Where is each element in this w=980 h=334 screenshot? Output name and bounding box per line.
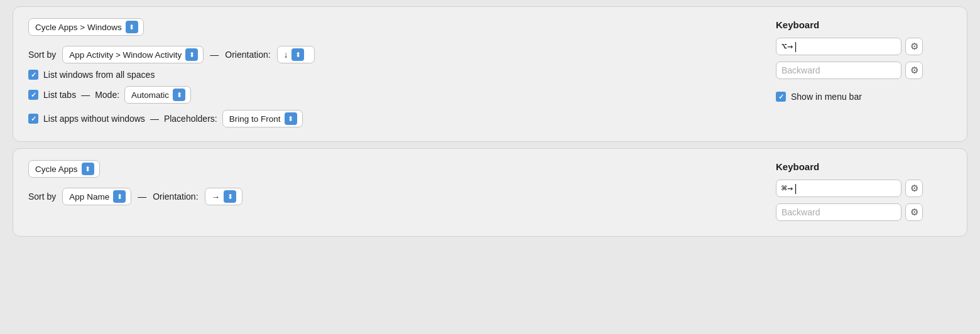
keyboard-panel-2: Keyboard ⌘→| ⚙ Backward ⚙ (776, 160, 952, 222)
sort-value-2: App Name (69, 192, 109, 202)
shortcut2-input[interactable]: Backward (776, 62, 901, 79)
cycle-apps-windows-label: Cycle Apps > Windows (35, 23, 122, 32)
orientation-chevron-icon-2: ⬍ (224, 190, 236, 203)
list-tabs-row: List tabs — Mode: Automatic ⬍ (28, 86, 761, 104)
shortcut2-placeholder-2: Backward (781, 207, 820, 217)
shortcut1-value-2: ⌘→| (781, 183, 798, 194)
cycle-apps-windows-dropdown[interactable]: Cycle Apps > Windows ⬍ (28, 18, 144, 36)
list-windows-label: List windows from all spaces (43, 70, 155, 80)
shortcut2-row: Backward ⚙ (776, 62, 952, 79)
sort-label-2: Sort by (28, 191, 56, 202)
shortcut1-gear-button[interactable]: ⚙ (905, 38, 923, 55)
placeholders-label: Placeholders: (164, 114, 217, 124)
sort-row: Sort by App Activity > Window Activity ⬍… (28, 46, 761, 63)
shortcut1-input-2[interactable]: ⌘→| (776, 180, 901, 197)
orientation-label: Orientation: (225, 50, 270, 60)
sort-chevron-icon-2: ⬍ (113, 190, 126, 203)
sort-dropdown[interactable]: App Activity > Window Activity ⬍ (62, 46, 204, 63)
sort-value: App Activity > Window Activity (69, 50, 182, 60)
gear1-icon: ⚙ (910, 41, 918, 52)
orientation-dropdown[interactable]: ↓ ⬍ (277, 46, 315, 63)
keyboard-title-2: Keyboard (776, 161, 952, 172)
mode-dropdown[interactable]: Automatic ⬍ (124, 86, 191, 104)
placeholders-dropdown[interactable]: Bring to Front ⬍ (222, 110, 303, 127)
shortcut1-input[interactable]: ⌥→| (776, 38, 901, 55)
shortcut2-placeholder: Backward (781, 65, 820, 75)
keyboard-title-1: Keyboard (776, 19, 952, 30)
dash1-2: — (138, 191, 146, 202)
gear2-icon: ⚙ (910, 65, 918, 76)
list-tabs-checkbox[interactable] (28, 90, 38, 100)
show-menubar-label: Show in menu bar (791, 92, 862, 102)
list-apps-label: List apps without windows (43, 114, 145, 124)
cycle-apps-windows-section: Cycle Apps > Windows ⬍ Sort by App Activ… (13, 6, 967, 142)
sort-dropdown-2[interactable]: App Name ⬍ (62, 188, 131, 205)
sort-label: Sort by (28, 50, 56, 60)
shortcut2-gear-button-2[interactable]: ⚙ (905, 203, 923, 221)
gear4-icon: ⚙ (910, 207, 918, 218)
shortcut1-value: ⌥→| (781, 41, 798, 52)
shortcut1-gear-button-2[interactable]: ⚙ (905, 180, 923, 197)
chevron-updown-icon: ⬍ (126, 21, 138, 33)
orientation-value: ↓ (284, 50, 288, 60)
list-windows-row: List windows from all spaces (28, 70, 761, 80)
orientation-value-2: → (212, 192, 220, 202)
cycle-apps-section: Cycle Apps ⬍ Sort by App Name ⬍ — Orient… (13, 148, 967, 237)
orientation-label-2: Orientation: (153, 191, 198, 202)
dash2: — (81, 90, 90, 100)
dash3: — (150, 114, 159, 124)
sort-row-2: Sort by App Name ⬍ — Orientation: → ⬍ (28, 188, 761, 205)
mode-value: Automatic (131, 90, 169, 100)
sort-chevron-icon: ⬍ (185, 48, 198, 61)
list-windows-checkbox[interactable] (28, 70, 38, 80)
placeholders-value: Bring to Front (229, 114, 281, 124)
show-menubar-row: Show in menu bar (776, 92, 952, 102)
cycle-apps-label: Cycle Apps (35, 164, 78, 174)
gear3-icon: ⚙ (910, 183, 918, 194)
list-tabs-label: List tabs (43, 90, 76, 100)
shortcut2-row-2: Backward ⚙ (776, 203, 952, 221)
mode-label: Mode: (95, 90, 119, 100)
placeholders-chevron-icon: ⬍ (285, 112, 297, 125)
list-apps-row: List apps without windows — Placeholders… (28, 110, 761, 127)
cycle-apps-dropdown[interactable]: Cycle Apps ⬍ (28, 160, 100, 178)
shortcut2-input-2[interactable]: Backward (776, 203, 901, 221)
cycle-apps-chevron-icon: ⬍ (82, 163, 94, 175)
shortcut1-row-2: ⌘→| ⚙ (776, 180, 952, 197)
orientation-dropdown-2[interactable]: → ⬍ (205, 188, 242, 205)
mode-chevron-icon: ⬍ (173, 89, 185, 101)
list-apps-checkbox[interactable] (28, 114, 38, 124)
dash1: — (210, 50, 219, 60)
orientation-chevron-icon: ⬍ (291, 48, 304, 61)
shortcut1-row: ⌥→| ⚙ (776, 38, 952, 55)
shortcut2-gear-button[interactable]: ⚙ (905, 62, 923, 79)
show-menubar-checkbox[interactable] (776, 92, 786, 102)
keyboard-panel-1: Keyboard ⌥→| ⚙ Backward ⚙ (776, 18, 952, 127)
